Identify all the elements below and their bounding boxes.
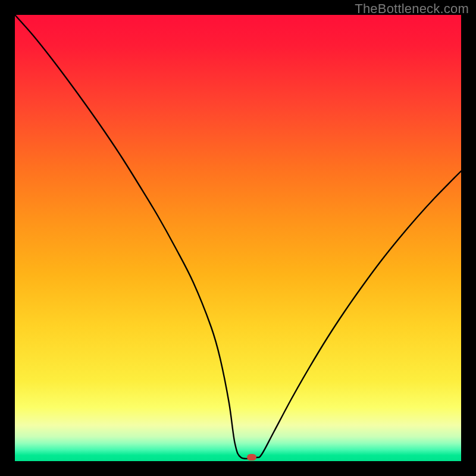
watermark-text: TheBottleneck.com	[355, 1, 469, 17]
chart-plot-area	[15, 15, 461, 461]
bottleneck-marker	[247, 454, 256, 461]
chart-frame: TheBottleneck.com	[0, 0, 476, 476]
